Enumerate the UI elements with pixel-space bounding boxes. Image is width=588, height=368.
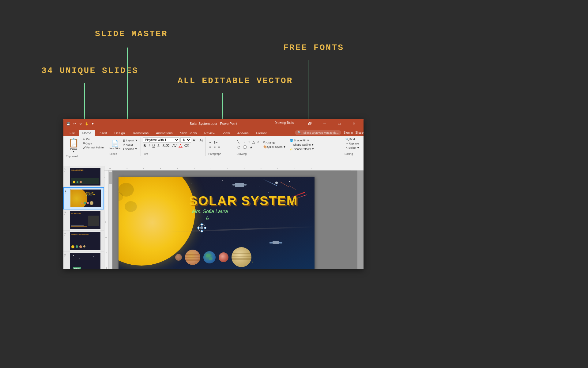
arrange-button[interactable]: ⧉ Arrange	[262, 140, 287, 144]
search-placeholder: Tell me what you want to do...	[302, 131, 339, 134]
tab-file[interactable]: File	[66, 130, 79, 136]
sun-spot-2	[125, 201, 137, 212]
align-right-button[interactable]: ≡	[217, 145, 221, 149]
slide-editing-area: SOLAR SYSTEM Mrs. Sofia Laura &	[112, 171, 364, 269]
font-name-select[interactable]: Playtime With 1	[143, 137, 179, 143]
touch-icon[interactable]: ✋	[84, 121, 89, 126]
char-spacing-button[interactable]: AV	[172, 144, 178, 148]
align-center-button[interactable]: ≡	[213, 145, 217, 149]
tab-format[interactable]: Format	[252, 130, 270, 136]
decrease-font-button[interactable]: A↓	[198, 138, 204, 142]
bullets-button[interactable]: ≡	[208, 140, 212, 144]
strikethrough-button[interactable]: S̶	[156, 144, 160, 148]
shape-more-button[interactable]: ⬡	[236, 145, 241, 150]
tab-review[interactable]: Review	[201, 130, 219, 136]
undo-icon[interactable]: ↩	[72, 121, 77, 126]
shape-outline-button[interactable]: ▢ Shape Outline▼	[289, 143, 315, 147]
font-size-select[interactable]: 18	[180, 137, 191, 143]
replace-icon: ↔	[345, 142, 348, 145]
redo-icon[interactable]: ↺	[78, 121, 83, 126]
scrollbar-thumb[interactable]	[109, 172, 112, 184]
close-button[interactable]: ✕	[347, 119, 361, 128]
reset-button[interactable]: ↺ Reset	[122, 143, 139, 147]
tab-transitions[interactable]: Transitions	[129, 130, 152, 136]
slide-thumb-1[interactable]: 1 * SOLAR SYSTEM	[63, 166, 104, 187]
share-button[interactable]: Share	[355, 131, 364, 134]
tab-slideshow[interactable]: Slide Show	[176, 130, 201, 136]
paste-button[interactable]: 📋 Paste ▼	[66, 137, 81, 154]
svg-text:-2: -2	[105, 252, 107, 254]
tab-insert[interactable]: Insert	[95, 130, 111, 136]
slide-1-star: *	[64, 171, 70, 173]
shadow-button[interactable]: S⌫	[161, 144, 170, 148]
shape-rect-button[interactable]: □	[247, 140, 251, 144]
shape-fill-button[interactable]: 🪣 Shape Fill▼	[289, 139, 315, 142]
bold-button[interactable]: B	[143, 144, 147, 148]
slide-thumb-3[interactable]: 3 * WE WILL LEARN	[63, 209, 104, 231]
star-5	[191, 183, 192, 183]
font-label: Font	[143, 152, 205, 155]
svg-text:3: 3	[260, 167, 262, 170]
format-painter-icon: 🖌	[83, 146, 86, 149]
quick-access-more[interactable]: ▼	[90, 121, 95, 126]
shape-arrow-button[interactable]: →	[241, 140, 246, 144]
new-slide-button[interactable]: 📄 New Slide	[110, 140, 121, 150]
italic-button[interactable]: I	[148, 144, 150, 148]
selection-handle-bottom[interactable]	[201, 230, 203, 232]
svg-text:-1: -1	[193, 167, 195, 170]
minimize-button[interactable]: ─	[318, 119, 332, 128]
signin-button[interactable]: Sign in	[344, 131, 353, 134]
shape-oval-button[interactable]: ○	[256, 140, 260, 144]
select-button[interactable]: ↖ Select▼	[345, 146, 360, 150]
copy-button[interactable]: ⧉ Copy	[82, 141, 106, 145]
layout-icon: ▦	[123, 139, 126, 142]
slide-thumb-4[interactable]: 4 * SOLAR SYSTEM CONSIST OF	[63, 231, 104, 252]
quick-styles-button[interactable]: 🎨 Quick Styles▼	[262, 145, 287, 149]
tab-addins[interactable]: Add-ins	[233, 130, 252, 136]
editing-group: 🔍 Find ↔ Replace ↖ Select▼ Editing	[343, 137, 362, 156]
satellite-selected[interactable]	[198, 224, 205, 232]
clear-format-button[interactable]: ⌫	[183, 144, 190, 148]
selection-handle-top[interactable]	[201, 223, 203, 226]
planet-brown-small	[175, 254, 182, 261]
section-button[interactable]: ≡ Section▼	[122, 147, 139, 151]
slide-thumb-2[interactable]: 2 * SOLAR SYSTEM Mrs. Sofia Laura	[63, 187, 104, 209]
save-icon[interactable]: 💾	[66, 121, 71, 126]
window-title: Solar System.pptx - PowerPoint	[190, 122, 237, 125]
tab-design[interactable]: Design	[111, 130, 129, 136]
format-painter-button[interactable]: 🖌 Format Painter	[82, 146, 106, 149]
layout-button[interactable]: ▦ Layout▼	[122, 139, 139, 142]
tab-animations[interactable]: Animations	[152, 130, 176, 136]
search-box[interactable]: 🔍 Tell me what you want to do...	[295, 130, 341, 135]
shape-line-button[interactable]: ╲	[236, 140, 240, 144]
shape-star-button[interactable]: ★	[249, 145, 254, 150]
shape-triangle-button[interactable]: △	[251, 140, 256, 144]
find-button[interactable]: 🔍 Find	[345, 137, 360, 141]
selection-handle-left[interactable]	[197, 227, 200, 229]
cut-button[interactable]: ✂ Cut	[82, 137, 106, 141]
restore-window-button[interactable]: 🗗	[303, 119, 317, 128]
maximize-button[interactable]: □	[332, 119, 346, 128]
slide-title: SOLAR SYSTEM	[189, 194, 298, 208]
tab-view[interactable]: View	[219, 130, 234, 136]
shape-callout-button[interactable]: 💬	[242, 145, 248, 150]
new-slide-icon: 📄	[111, 140, 119, 147]
selection-handle-right[interactable]	[204, 227, 206, 229]
slide-2-preview: SOLAR SYSTEM Mrs. Sofia Laura	[70, 190, 101, 207]
svg-text:4: 4	[277, 167, 278, 170]
tab-home[interactable]: Home	[79, 130, 95, 136]
replace-button[interactable]: ↔ Replace	[345, 142, 360, 145]
scrollbar-vertical[interactable]	[109, 171, 112, 269]
slide-thumb-5[interactable]: 5 * 4.0 Billion	[63, 252, 104, 269]
increase-font-button[interactable]: A↑	[192, 138, 198, 142]
reset-icon: ↺	[123, 143, 125, 146]
font-color-button[interactable]: A	[179, 143, 183, 148]
underline-button[interactable]: U	[152, 144, 156, 148]
slide-canvas[interactable]: SOLAR SYSTEM Mrs. Sofia Laura &	[119, 177, 315, 269]
align-left-button[interactable]: ≡	[208, 145, 212, 149]
select-icon: ↖	[345, 146, 348, 149]
numbering-button[interactable]: 1≡	[213, 140, 219, 144]
star-1	[289, 181, 290, 182]
font-row-2: B I U S̶ S⌫ AV A ⌫	[143, 143, 205, 148]
shape-effects-button[interactable]: ✨ Shape Effects▼	[289, 147, 315, 151]
